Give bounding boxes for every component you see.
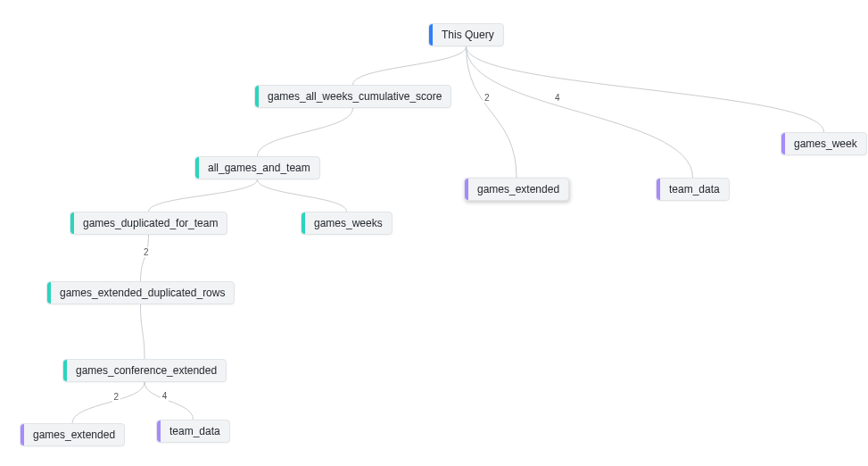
- node-label: games_weeks: [310, 217, 383, 229]
- node-confext[interactable]: games_conference_extended: [62, 359, 227, 382]
- node-label: games_extended_duplicated_rows: [56, 287, 225, 299]
- node-label: team_data: [166, 425, 220, 437]
- node-color-bar: [21, 424, 24, 445]
- node-label: games_extended: [474, 183, 559, 196]
- edge-label: 2: [142, 247, 151, 257]
- node-color-bar: [781, 133, 785, 154]
- node-allteam[interactable]: all_games_and_team: [194, 156, 320, 179]
- node-label: games_duplicated_for_team: [79, 217, 218, 229]
- node-label: games_week: [790, 137, 857, 150]
- edge-label: 2: [112, 392, 121, 402]
- node-dupteam[interactable]: games_duplicated_for_team: [70, 212, 227, 235]
- edge-label: 2: [483, 93, 492, 103]
- edge-confext-gext2: [72, 382, 145, 423]
- node-tdata1[interactable]: team_data: [656, 178, 730, 201]
- node-gweeks[interactable]: games_weeks: [301, 212, 393, 235]
- edge-duprows-confext: [141, 304, 145, 359]
- node-color-bar: [429, 24, 433, 46]
- node-color-bar: [63, 360, 67, 381]
- query-dependency-graph[interactable]: This Querygames_all_weeks_cumulative_sco…: [0, 0, 868, 466]
- node-tdata2[interactable]: team_data: [156, 420, 230, 443]
- node-gext1[interactable]: games_extended: [464, 178, 569, 201]
- node-color-bar: [302, 212, 305, 234]
- node-color-bar: [255, 86, 259, 107]
- edge-root-gext1: [467, 46, 517, 178]
- node-label: games_all_weeks_cumulative_score: [264, 90, 442, 103]
- edge-dupteam-duprows: [141, 235, 149, 281]
- node-label: This Query: [438, 29, 494, 41]
- node-label: all_games_and_team: [204, 162, 310, 174]
- node-color-bar: [465, 179, 468, 200]
- edge-cumscore-allteam: [258, 108, 353, 156]
- edge-label: 4: [161, 391, 169, 401]
- edge-label: 4: [553, 93, 562, 103]
- edge-allteam-gweeks: [258, 179, 347, 212]
- node-root[interactable]: This Query: [428, 23, 504, 46]
- edge-root-gweek: [467, 46, 824, 132]
- node-gext2[interactable]: games_extended: [20, 423, 125, 446]
- node-color-bar: [157, 420, 161, 442]
- node-gweek[interactable]: games_week: [781, 132, 867, 155]
- node-label: games_extended: [29, 429, 115, 441]
- node-color-bar: [70, 212, 74, 234]
- node-color-bar: [195, 157, 199, 179]
- edge-root-tdata1: [467, 46, 693, 178]
- edge-allteam-dupteam: [149, 179, 258, 212]
- node-label: team_data: [665, 183, 720, 196]
- node-color-bar: [657, 179, 660, 200]
- node-color-bar: [47, 282, 51, 304]
- node-duprows[interactable]: games_extended_duplicated_rows: [46, 281, 235, 304]
- edge-confext-tdata2: [145, 382, 194, 420]
- node-cumscore[interactable]: games_all_weeks_cumulative_score: [254, 85, 451, 108]
- edge-root-cumscore: [353, 46, 467, 85]
- node-label: games_conference_extended: [72, 364, 217, 377]
